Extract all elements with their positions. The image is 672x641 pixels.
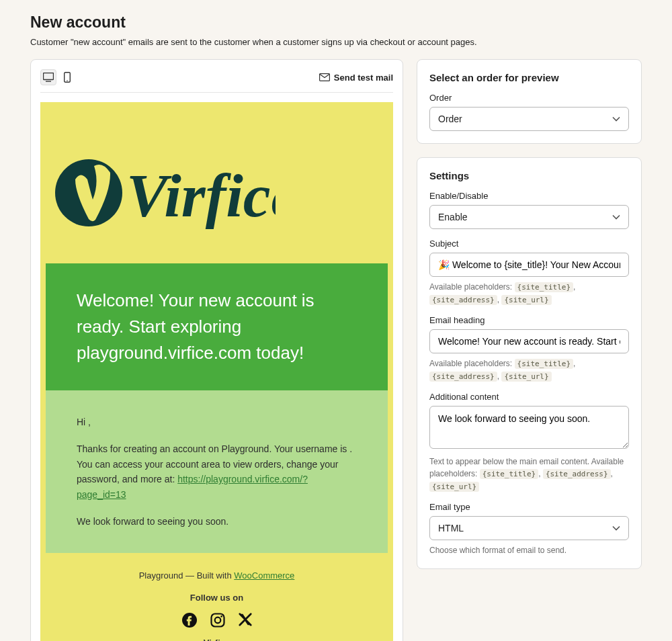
subject-input[interactable] — [429, 253, 629, 277]
footer-woocommerce-link[interactable]: WooCommerce — [234, 570, 294, 581]
placeholder-tag: {site_title} — [515, 359, 573, 369]
svg-point-10 — [220, 615, 222, 617]
company-name: Virfice — [54, 638, 380, 641]
page-title: New account — [30, 13, 642, 32]
email-heading-input[interactable] — [429, 329, 629, 353]
order-field-label: Order — [429, 93, 629, 103]
email-body-paragraph: Thanks for creating an account on Playgr… — [77, 441, 357, 502]
settings-panel: Settings Enable/Disable Enable Subject A… — [417, 157, 642, 569]
subject-hint: Available placeholders: {site_title}, {s… — [429, 281, 629, 306]
chevron-down-icon — [612, 525, 620, 531]
email-heading-label: Email heading — [429, 315, 629, 325]
placeholder-tag: {site_address} — [429, 372, 497, 382]
mail-icon — [319, 73, 330, 81]
follow-us-label: Follow us on — [54, 593, 380, 603]
email-heading-hint: Available placeholders: {site_title}, {s… — [429, 357, 629, 382]
chevron-down-icon — [612, 214, 620, 220]
placeholder-tag: {site_address} — [543, 469, 611, 479]
placeholder-tag: {site_url} — [501, 372, 551, 382]
email-heading-hint-prefix: Available placeholders: — [429, 359, 515, 368]
placeholder-tag: {site_url} — [501, 295, 551, 305]
facebook-icon[interactable] — [181, 612, 198, 628]
order-select[interactable]: Order — [429, 107, 629, 131]
svg-rect-1 — [46, 81, 51, 82]
email-logo: Virfice — [40, 117, 393, 263]
placeholder-tag: {site_title} — [480, 469, 538, 479]
desktop-view-button[interactable] — [40, 69, 56, 85]
subject-hint-prefix: Available placeholders: — [429, 282, 515, 292]
email-footer: Playground — Built with WooCommerce Foll… — [40, 553, 393, 641]
preview-toolbar: Send test mail — [40, 69, 393, 93]
placeholder-tag: {site_url} — [429, 482, 479, 492]
send-test-mail-button[interactable]: Send test mail — [319, 73, 393, 83]
email-type-select[interactable]: HTML — [429, 516, 629, 540]
x-twitter-icon[interactable] — [238, 612, 253, 628]
email-greeting: Hi , — [77, 415, 357, 429]
email-preview-frame: Virfice Welcome! Your new account is rea… — [40, 102, 393, 641]
subject-label: Subject — [429, 239, 629, 249]
email-preview-panel: Send test mail Virfice Welcome! Your new… — [30, 59, 403, 641]
mobile-icon — [64, 72, 71, 83]
order-panel-title: Select an order for preview — [429, 72, 629, 83]
chevron-down-icon — [612, 116, 620, 122]
email-body-closing: We look forward to seeing you soon. — [77, 514, 357, 529]
order-select-panel: Select an order for preview Order Order — [417, 59, 642, 144]
enable-select[interactable]: Enable — [429, 205, 629, 229]
mobile-view-button[interactable] — [59, 69, 75, 85]
additional-content-hint: Text to appear below the main email cont… — [429, 456, 629, 493]
email-type-value: HTML — [438, 523, 464, 533]
svg-text:Virfice: Virfice — [126, 161, 276, 230]
svg-rect-8 — [211, 614, 224, 627]
enable-label: Enable/Disable — [429, 191, 629, 201]
placeholder-tag: {site_title} — [515, 282, 573, 292]
device-toggle-group — [40, 69, 75, 85]
email-body-block: Hi , Thanks for creating an account on P… — [46, 390, 388, 553]
send-test-mail-label: Send test mail — [334, 73, 393, 83]
additional-content-textarea[interactable] — [429, 406, 629, 449]
footer-site-name: Playground — [139, 570, 183, 581]
svg-rect-0 — [44, 73, 54, 80]
page-description: Customer "new account" emails are sent t… — [30, 37, 642, 47]
instagram-icon[interactable] — [210, 612, 226, 628]
svg-point-9 — [214, 617, 220, 624]
footer-built-text: — Built with — [183, 570, 234, 581]
email-heading-block: Welcome! Your new account is ready. Star… — [46, 263, 388, 390]
placeholder-tag: {site_address} — [429, 295, 497, 305]
social-icons-row — [54, 612, 380, 628]
enable-select-value: Enable — [438, 212, 468, 222]
email-type-hint: Choose which format of email to send. — [429, 544, 629, 556]
order-select-value: Order — [438, 114, 462, 124]
settings-title: Settings — [429, 170, 629, 181]
email-type-label: Email type — [429, 502, 629, 512]
desktop-icon — [43, 73, 54, 82]
svg-point-3 — [67, 80, 68, 81]
virfice-logo-icon: Virfice — [54, 142, 276, 243]
additional-content-label: Additional content — [429, 392, 629, 402]
